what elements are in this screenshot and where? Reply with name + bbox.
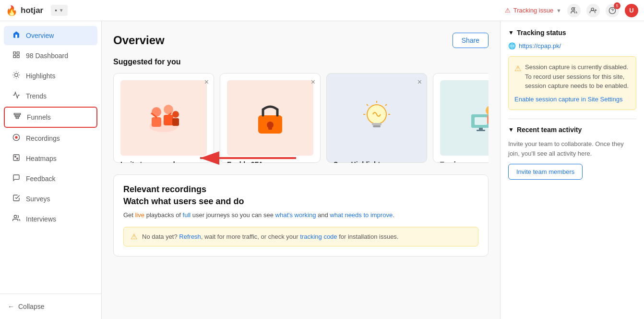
share-button[interactable]: Share (453, 33, 489, 48)
card-2fa-illustration (227, 80, 313, 156)
recent-activity-header[interactable]: ▼ Recent team activity (508, 126, 636, 134)
card-highlights-illustration (334, 80, 420, 156)
sidebar-label-feedback: Feedback (26, 175, 55, 183)
card-2fa-title: Enable 2FA now (227, 160, 313, 163)
svg-rect-9 (13, 55, 16, 58)
sidebar-item-trends[interactable]: Trends (4, 86, 97, 106)
warning-triangle-icon: ⚠ (514, 63, 521, 91)
live-text: live (135, 211, 145, 219)
sidebar-item-dashboard[interactable]: 98 Dashboard (4, 46, 97, 65)
top-bar-right: ⚠ Tracking issue ▼ 5 U (505, 4, 638, 17)
watch-title: Watch what users see and do (123, 196, 478, 207)
sidebar-label-overview: Overview (26, 32, 54, 39)
enable-session-capture-link[interactable]: Enable session capture in Site Settings (514, 95, 630, 104)
sidebar-label-dashboard: 98 Dashboard (26, 52, 68, 60)
no-data-banner: ⚠ No data yet? Refresh, wait for more tr… (123, 227, 478, 246)
recordings-section: Relevant recordings Watch what users see… (113, 174, 489, 257)
svg-rect-53 (487, 115, 489, 124)
card-track: × Track (433, 73, 489, 163)
card-invite-title: Invite team members (120, 160, 207, 163)
card-invite-close[interactable]: × (204, 78, 209, 86)
svg-rect-55 (477, 130, 485, 131)
invite-team-members-button[interactable]: Invite team members (508, 164, 583, 180)
user-avatar[interactable]: U (625, 4, 638, 17)
sidebar-item-funnels[interactable]: Funnels (4, 107, 97, 128)
sidebar-item-recordings[interactable]: Recordings (4, 129, 97, 148)
svg-line-18 (18, 73, 19, 73)
collapse-icon: ← (8, 303, 14, 310)
home-icon (12, 31, 21, 40)
suggestion-cards: × (113, 73, 489, 163)
highlights-icon (12, 71, 21, 81)
flame-icon: 🔥 (6, 5, 18, 16)
svg-point-10 (15, 74, 18, 77)
banner-warning-icon: ⚠ (131, 232, 137, 241)
recent-activity-label: Recent team activity (517, 126, 582, 134)
card-track-illustration (440, 80, 489, 156)
svg-line-13 (14, 73, 14, 73)
no-data-text: No data yet? Refresh, wait for more traf… (142, 233, 398, 240)
full-text: full (183, 211, 191, 219)
sidebar-bottom: ← Collapse (0, 294, 101, 319)
svg-rect-24 (13, 155, 19, 160)
svg-rect-36 (172, 118, 179, 126)
card-invite: × (113, 73, 214, 163)
feedback-icon (12, 174, 21, 184)
svg-rect-21 (16, 117, 18, 119)
tracking-issue-button[interactable]: ⚠ Tracking issue ▼ (505, 7, 561, 14)
sidebar-item-highlights[interactable]: Highlights (4, 66, 97, 86)
card-2fa: × Enable 2FA now Two-factor (220, 73, 321, 163)
warning-icon: ⚠ (505, 7, 511, 14)
site-selector[interactable]: ▪ ▼ (51, 5, 68, 16)
recent-activity-section: ▼ Recent team activity Invite your team … (508, 126, 636, 180)
add-user-icon-button[interactable] (586, 4, 600, 17)
site-name: ▪ (55, 7, 57, 14)
content-area: Overview Share Suggested for you × (102, 21, 500, 319)
tracking-issue-label: Tracking issue (513, 7, 553, 14)
card-highlights-close[interactable]: × (417, 78, 422, 86)
page-header: Overview Share (113, 33, 489, 48)
activity-chevron-icon: ▼ (508, 126, 514, 133)
sidebar-item-interviews[interactable]: Interviews (4, 209, 97, 229)
sidebar-item-feedback[interactable]: Feedback (4, 169, 97, 188)
sidebar-label-trends: Trends (26, 92, 47, 100)
sidebar-label-surveys: Surveys (26, 195, 50, 203)
collapse-button[interactable]: ← Collapse (0, 298, 101, 315)
sidebar-label-funnels: Funnels (27, 113, 51, 121)
help-icon-button[interactable]: 5 (606, 4, 619, 17)
globe-icon: 🌐 (508, 42, 516, 49)
tracking-code-link[interactable]: tracking code (300, 233, 337, 240)
sidebar-item-overview[interactable]: Overview (4, 26, 97, 45)
tracking-chevron-icon: ▼ (508, 29, 514, 36)
refresh-link[interactable]: Refresh (179, 233, 201, 240)
logo-text: hotjar (21, 6, 43, 15)
warning-row: ⚠ Session capture is currently disabled.… (514, 62, 630, 91)
collaborate-icon-button[interactable] (567, 4, 581, 17)
svg-rect-41 (268, 125, 272, 130)
surveys-icon (12, 194, 21, 204)
sidebar-label-heatmaps: Heatmaps (26, 155, 57, 162)
card-2fa-close[interactable]: × (311, 78, 315, 86)
tracking-status-header[interactable]: ▼ Tracking status (508, 29, 636, 37)
svg-rect-34 (164, 115, 173, 125)
svg-rect-51 (475, 117, 487, 125)
interviews-icon (12, 214, 21, 224)
recordings-icon (12, 134, 21, 143)
top-bar: 🔥 hotjar ▪ ▼ ⚠ Tracking issue ▼ 5 U (0, 0, 644, 21)
warning-text: Session capture is currently disabled. T… (525, 62, 630, 91)
card-invite-illustration (120, 80, 207, 156)
sidebar-item-surveys[interactable]: Surveys (4, 189, 97, 209)
recordings-section-title: Relevant recordings (123, 184, 478, 195)
chevron-down-icon: ▼ (556, 8, 561, 13)
heatmaps-icon (12, 154, 21, 163)
svg-rect-43 (372, 123, 382, 125)
page-title: Overview (113, 34, 165, 47)
svg-rect-32 (152, 117, 161, 127)
hotjar-logo[interactable]: 🔥 hotjar (6, 5, 43, 16)
svg-point-35 (172, 111, 179, 118)
right-panel: ▼ Tracking status 🌐 https://cpap.pk/ ⚠ S… (500, 21, 644, 319)
svg-rect-44 (373, 125, 381, 127)
dropdown-icon: ▼ (59, 8, 64, 13)
tracking-url[interactable]: 🌐 https://cpap.pk/ (508, 42, 636, 49)
sidebar-item-heatmaps[interactable]: Heatmaps (4, 149, 97, 168)
